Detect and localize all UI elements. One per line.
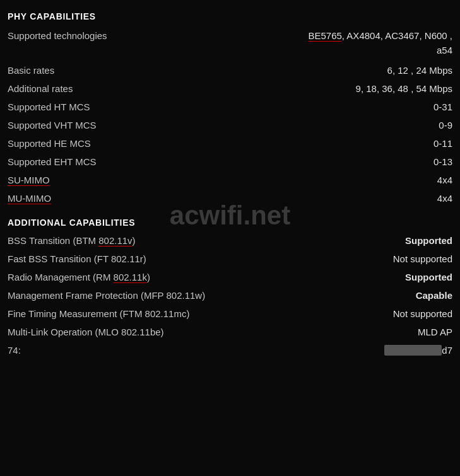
- value-eht-mcs: 0-13: [433, 156, 452, 167]
- additional-header: ADDITIONAL CAPABILITIES: [8, 211, 452, 231]
- value-radio-mgmt: Supported: [405, 272, 452, 282]
- row-mlo: Multi-Link Operation (MLO 802.11be) MLD …: [8, 323, 452, 341]
- row-additional-rates: Additional rates 9, 18, 36, 48 , 54 Mbps: [8, 79, 452, 98]
- label-mlo: Multi-Link Operation (MLO 802.11be): [8, 327, 164, 337]
- row-vht-mcs: Supported VHT MCS 0-9: [8, 116, 452, 134]
- value-mu-mimo: 4x4: [437, 193, 452, 204]
- tech-rest1: , AX4804, AC3467, N600 ,: [342, 30, 452, 41]
- value-basic-rates: 6, 12 , 24 Mbps: [387, 65, 452, 76]
- value-supported-tech: BE5765, AX4804, AC3467, N600 ,a54: [308, 29, 452, 57]
- row-bss-transition: BSS Transition (BTM 802.11v) Supported: [8, 231, 452, 250]
- tech-rest2: a54: [437, 45, 452, 55]
- label-supported-tech: Supported technologies: [8, 30, 107, 41]
- label-fast-bss: Fast BSS Transition (FT 802.11r): [8, 253, 146, 264]
- label-mu-mimo: MU-MIMO: [8, 193, 51, 204]
- label-basic-rates: Basic rates: [8, 65, 54, 76]
- row-ftm: Fine Timing Measurement (FTM 802.11mc) N…: [8, 305, 452, 323]
- label-su-mimo: SU-MIMO: [8, 175, 50, 185]
- row-supported-tech: Supported technologies BE5765, AX4804, A…: [8, 25, 452, 61]
- value-bss-transition: Supported: [405, 235, 452, 246]
- label-vht-mcs: Supported VHT MCS: [8, 120, 97, 131]
- row-eht-mcs: Supported EHT MCS 0-13: [8, 153, 452, 171]
- row-su-mimo: SU-MIMO 4x4: [8, 171, 452, 189]
- row-fast-bss: Fast BSS Transition (FT 802.11r) Not sup…: [8, 250, 452, 268]
- label-additional-rates: Additional rates: [8, 83, 73, 94]
- label-bss-transition: BSS Transition (BTM 802.11v): [8, 235, 136, 246]
- row-radio-mgmt: Radio Management (RM 802.11k) Supported: [8, 268, 452, 286]
- value-fast-bss: Not supported: [393, 253, 452, 264]
- row-mfp: Management Frame Protection (MFP 802.11w…: [8, 286, 452, 305]
- value-he-mcs: 0-11: [433, 138, 452, 149]
- row-ht-mcs: Supported HT MCS 0-31: [8, 98, 452, 116]
- row-last: 74: d7: [8, 341, 452, 359]
- value-mlo: MLD AP: [418, 327, 452, 337]
- additional-section: ADDITIONAL CAPABILITIES BSS Transition (…: [8, 211, 452, 359]
- label-he-mcs: Supported HE MCS: [8, 138, 91, 149]
- value-additional-rates: 9, 18, 36, 48 , 54 Mbps: [356, 83, 452, 94]
- label-last: 74:: [8, 345, 21, 356]
- label-mfp: Management Frame Protection (MFP 802.11w…: [8, 290, 205, 301]
- value-last: d7: [384, 345, 452, 356]
- value-ht-mcs: 0-31: [433, 102, 452, 112]
- label-radio-mgmt: Radio Management (RM 802.11k): [8, 272, 150, 282]
- d7-value: d7: [442, 345, 452, 356]
- label-ht-mcs: Supported HT MCS: [8, 102, 90, 112]
- censored-value: [384, 345, 442, 356]
- row-mu-mimo: MU-MIMO 4x4: [8, 189, 452, 207]
- row-he-mcs: Supported HE MCS 0-11: [8, 134, 452, 153]
- label-eht-mcs: Supported EHT MCS: [8, 156, 97, 167]
- value-vht-mcs: 0-9: [439, 120, 452, 131]
- be5765-value: BE5765: [308, 30, 341, 41]
- value-ftm: Not supported: [393, 308, 452, 319]
- value-su-mimo: 4x4: [437, 175, 452, 185]
- value-mfp: Capable: [416, 290, 452, 301]
- phy-section: PHY CAPABILITIES Supported technologies …: [8, 5, 452, 207]
- page-container: acwifi.net PHY CAPABILITIES Supported te…: [8, 5, 452, 359]
- row-basic-rates: Basic rates 6, 12 , 24 Mbps: [8, 61, 452, 79]
- label-ftm: Fine Timing Measurement (FTM 802.11mc): [8, 308, 189, 319]
- phy-header: PHY CAPABILITIES: [8, 5, 452, 25]
